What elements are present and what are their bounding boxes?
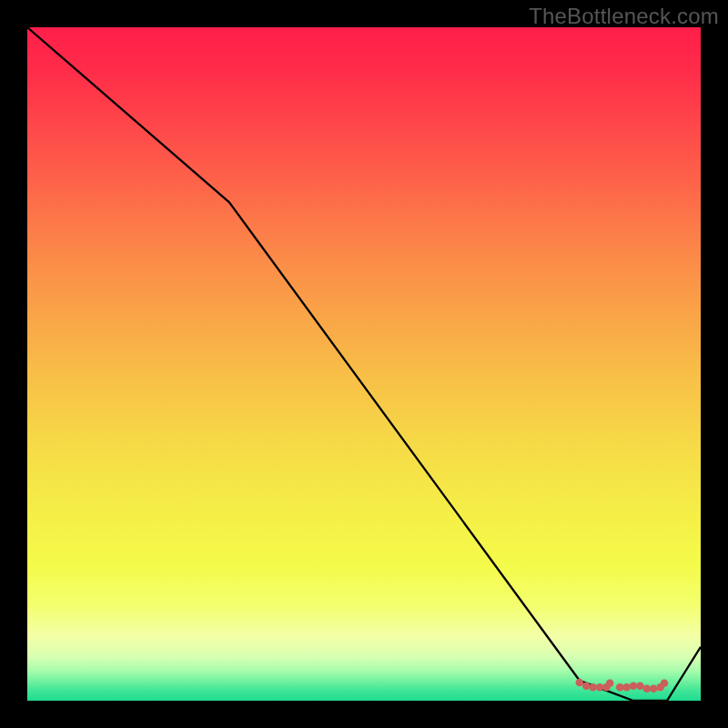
optimal-marker: [650, 684, 658, 693]
plot-area: [27, 27, 701, 701]
bottleneck-curve: [27, 27, 701, 701]
chart-frame: TheBottleneck.com: [0, 0, 728, 728]
optimal-marker: [582, 682, 591, 690]
optimal-marker: [589, 683, 597, 692]
optimal-marker: [636, 682, 644, 690]
watermark-text: TheBottleneck.com: [529, 4, 719, 29]
optimal-marker: [596, 683, 604, 692]
optimal-marker: [576, 679, 584, 687]
optimal-marker: [606, 680, 614, 688]
optimal-marker: [622, 683, 631, 692]
plot-svg: [27, 27, 701, 701]
optimal-marker: [616, 683, 624, 692]
optimal-marker: [630, 682, 638, 690]
optimal-marker: [643, 684, 652, 693]
optimal-marker: [661, 680, 669, 688]
optimal-range-markers: [576, 679, 669, 693]
